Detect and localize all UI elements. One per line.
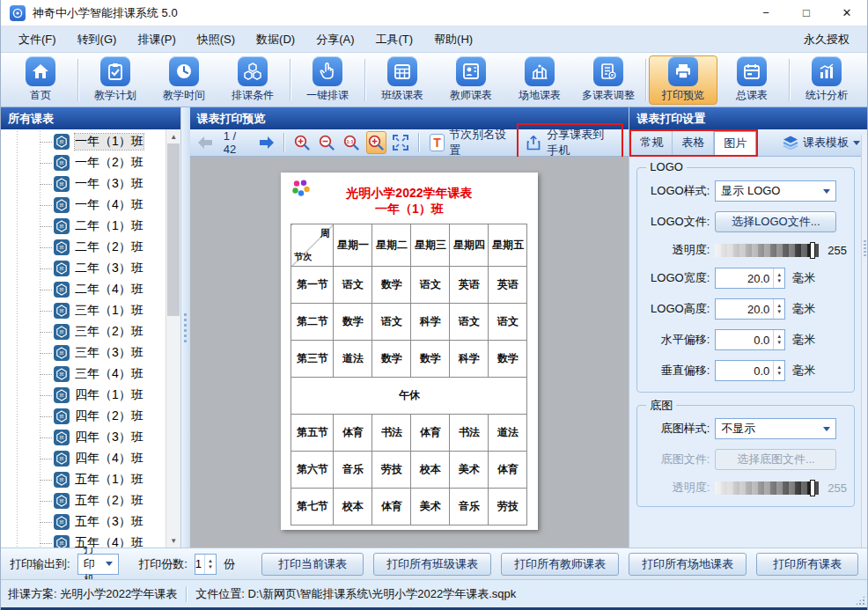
class-tree-item[interactable]: 班 二年（2）班 (1, 237, 166, 258)
class-tree-item[interactable]: 班 四年（1）班 (1, 385, 166, 406)
class-tree-item[interactable]: 班 三年（4）班 (1, 364, 166, 385)
menu-item[interactable]: 转到(G) (67, 26, 128, 53)
class-tree-item[interactable]: 班 五年（1）班 (1, 469, 166, 490)
slider-thumb[interactable] (810, 242, 815, 259)
class-tree-item[interactable]: 班 四年（2）班 (1, 406, 166, 427)
class-tree-item[interactable]: 班 五年（4）班 (1, 533, 166, 548)
menu-item[interactable]: 帮助(H) (423, 26, 483, 53)
tab-table[interactable]: 表格 (673, 131, 714, 155)
spinner-arrows[interactable]: ▲▼ (773, 299, 784, 319)
print-all-venue-button[interactable]: 打印所有场地课表 (629, 553, 747, 576)
toolbar-multi-schedule-adjust[interactable]: 多课表调整 (574, 55, 643, 105)
tree-scrollbar[interactable]: ▲ ▼ (166, 129, 180, 548)
logo-width-spinner[interactable]: 20.0▲▼ (715, 268, 785, 289)
toolbar-scheduling-conditions[interactable]: 排课条件 (218, 55, 287, 105)
logo-opacity-slider[interactable] (715, 244, 819, 257)
toolbar-teaching-time[interactable]: 教学时间 (150, 55, 218, 105)
background-style-select[interactable]: 不显示 (715, 418, 836, 439)
class-name: 二年（3）班 (75, 261, 143, 276)
subject-cell: 数学 (334, 304, 372, 341)
menu-item[interactable]: 工具(T) (364, 26, 423, 53)
period-alias-settings-button[interactable]: T 节次别名设置 (426, 125, 513, 160)
maximize-button[interactable]: □ (786, 0, 827, 26)
toolbar-master-schedule[interactable]: 总课表 (717, 55, 786, 105)
prev-page-button[interactable] (195, 131, 216, 154)
tree-connector (40, 459, 52, 459)
class-tree-item[interactable]: 班 四年（3）班 (1, 427, 166, 448)
class-tree-item[interactable]: 班 三年（2）班 (1, 321, 166, 342)
copies-spinner[interactable]: 1▲▼ (195, 554, 217, 575)
schedule-template-button[interactable]: 课表模板 (783, 135, 867, 151)
print-current-button[interactable]: 打印当前课表 (261, 553, 364, 576)
zoom-region-button[interactable] (366, 131, 386, 154)
settings-scrollbar[interactable] (861, 135, 867, 548)
license-badge: 永久授权 (804, 32, 860, 48)
minimize-button[interactable]: − (746, 0, 786, 26)
print-output-select[interactable]: 打印机 (77, 554, 120, 575)
logo-height-spinner[interactable]: 20.0▲▼ (715, 298, 785, 320)
print-all-teacher-button[interactable]: 打印所有教师课表 (501, 553, 619, 576)
class-tree-item[interactable]: 班 三年（1）班 (1, 300, 166, 321)
class-tree-item[interactable]: 班 一年（4）班 (1, 195, 166, 216)
class-tree-item[interactable]: 班 一年（2）班 (1, 152, 166, 173)
share-to-phone-button[interactable]: 分享课表到手机 (547, 127, 614, 158)
spinner-arrows[interactable]: ▲▼ (773, 268, 784, 288)
menu-item[interactable]: 排课(P) (127, 26, 186, 53)
choose-background-file-button[interactable]: 选择底图文件... (715, 449, 836, 470)
preview-canvas[interactable]: 光明小学2022学年课表 一年（1）班 周节次星期一星期二星期三星期四星期五第一… (190, 157, 629, 548)
svg-text:班: 班 (59, 540, 64, 546)
clock-icon (169, 56, 199, 86)
next-page-button[interactable] (256, 131, 276, 154)
toolbar-print-preview[interactable]: 打印预览 (649, 55, 717, 105)
close-button[interactable]: ✕ (827, 0, 867, 26)
toolbar-class-schedule[interactable]: 班级课表 (368, 55, 437, 105)
toolbar-teaching-plan[interactable]: 教学计划 (81, 55, 150, 105)
tree-connector (40, 226, 52, 227)
resize-grip[interactable] (855, 595, 865, 606)
fullscreen-button[interactable] (391, 131, 411, 154)
spinner-arrows[interactable]: ▲▼ (204, 555, 216, 574)
h-offset-spinner[interactable]: 0.0▲▼ (715, 329, 785, 350)
scroll-down-icon[interactable]: ▼ (166, 533, 180, 548)
zoom-actual-size-button[interactable]: 1:1 (341, 131, 361, 154)
background-opacity-slider[interactable] (715, 481, 819, 495)
v-offset-spinner[interactable]: 0.0▲▼ (715, 360, 785, 381)
class-tree-item[interactable]: 班 二年（3）班 (1, 258, 166, 279)
toolbar-teacher-schedule[interactable]: 教师课表 (437, 55, 505, 105)
print-all-class-button[interactable]: 打印所有班级课表 (373, 553, 491, 576)
tab-image[interactable]: 图片 (714, 131, 756, 155)
zoom-out-button[interactable] (316, 131, 336, 154)
scroll-up-icon[interactable]: ▲ (166, 129, 180, 143)
class-tree-item[interactable]: 班 二年（4）班 (1, 279, 166, 300)
toolbar-venue-schedule[interactable]: 场地课表 (505, 55, 574, 105)
menu-item[interactable]: 文件(F) (8, 26, 67, 53)
print-all-button[interactable]: 打印所有课表 (756, 553, 858, 576)
class-tree-item[interactable]: 班 四年（4）班 (1, 448, 166, 469)
menu-item[interactable]: 快照(S) (187, 26, 246, 53)
toolbar-one-click-scheduling[interactable]: 一键排课 (293, 55, 362, 105)
subject-cell: 体育 (372, 489, 411, 525)
class-tree-item[interactable]: 班 三年（3）班 (1, 342, 166, 364)
class-tree-item[interactable]: 班 五年（3）班 (1, 511, 166, 533)
status-divider (186, 586, 187, 602)
spinner-arrows[interactable]: ▲▼ (773, 361, 784, 380)
print-control-bar: 打印输出到: 打印机 打印份数: 1▲▼ 份 打印当前课表 打印所有班级课表 打… (1, 548, 867, 579)
toolbar-statistics[interactable]: 统计分析 (792, 55, 861, 105)
panel-splitter[interactable] (181, 107, 189, 548)
logo-style-select[interactable]: 显示 LOGO (715, 180, 836, 202)
tab-general[interactable]: 常规 (631, 131, 673, 155)
class-tree-item[interactable]: 班 一年（3）班 (1, 173, 166, 195)
class-name: 一年（3）班 (75, 176, 143, 192)
zoom-in-button[interactable] (291, 131, 312, 154)
menu-item[interactable]: 数据(D) (246, 26, 305, 53)
tree-connector (40, 543, 52, 544)
class-tree-item[interactable]: 班 二年（1）班 (1, 216, 166, 237)
toolbar-home[interactable]: 首页 (6, 55, 75, 105)
spinner-arrows[interactable]: ▲▼ (773, 330, 784, 349)
class-tree-item[interactable]: 班 五年（2）班 (1, 490, 166, 511)
slider-thumb[interactable] (810, 480, 815, 496)
class-tree-item[interactable]: 班 一年（1）班 (1, 131, 166, 152)
scrollbar-thumb[interactable] (167, 143, 180, 316)
menu-item[interactable]: 分享(A) (305, 26, 364, 53)
choose-logo-file-button[interactable]: 选择LOGO文件... (715, 211, 836, 232)
